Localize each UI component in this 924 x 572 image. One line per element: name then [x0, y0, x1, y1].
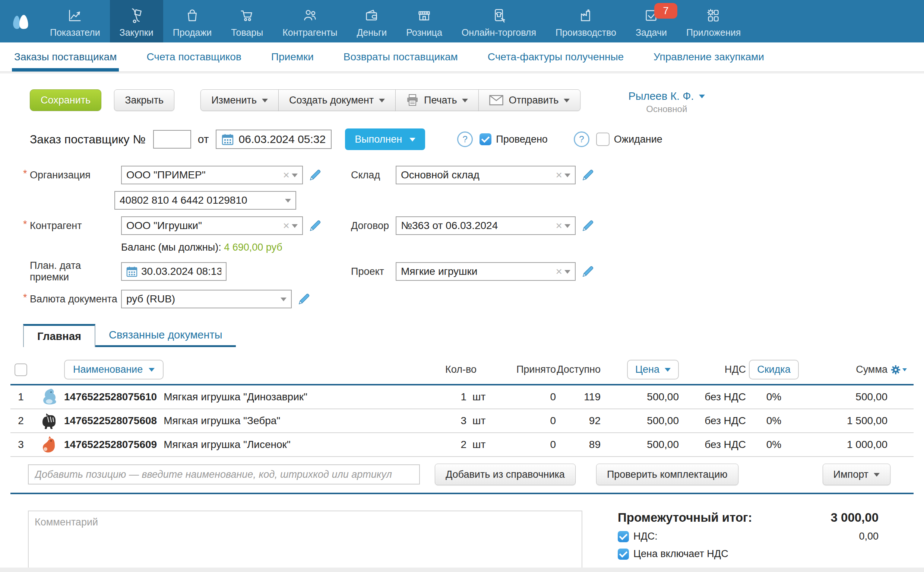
counterparty-edit-pencil-icon[interactable]	[309, 219, 322, 232]
nav-item-proizvodstvo[interactable]: Производство	[546, 0, 626, 42]
dropdown-caret-icon[interactable]	[565, 224, 571, 231]
moysklad-logo[interactable]	[0, 0, 40, 42]
dropdown-caret-icon[interactable]	[292, 224, 298, 231]
add-from-catalog-button[interactable]: Добавить из справочника	[435, 464, 576, 485]
nav-item-prilozheniya[interactable]: Приложения	[677, 0, 750, 42]
vat-value: без НДС	[679, 391, 746, 403]
nav-item-zadachi[interactable]: 7 Задачи	[626, 0, 677, 42]
contract-select[interactable]: №363 от 06.03.2024 ×	[396, 216, 576, 235]
price-value: 500,00	[600, 439, 679, 451]
name-column-sort-button[interactable]: Наименование	[64, 360, 163, 379]
warehouse-select[interactable]: Основной склад ×	[396, 166, 576, 184]
comment-textarea[interactable]	[28, 511, 582, 572]
clear-x-icon[interactable]: ×	[283, 219, 289, 232]
tab-glavnaya[interactable]: Главная	[23, 324, 95, 347]
balance-value: 4 690,00 руб	[224, 242, 282, 253]
waiting-help-icon[interactable]: ?	[574, 131, 590, 147]
nav-item-pokazateli[interactable]: Показатели	[40, 0, 110, 42]
organization-select[interactable]: ООО "ПРИМЕР" ×	[121, 166, 303, 184]
create-document-button[interactable]: Создать документ	[278, 89, 396, 111]
available-value: 119	[556, 391, 600, 403]
add-position-row: Добавить из справочника Проверить компле…	[11, 464, 913, 485]
posted-help-icon[interactable]: ?	[457, 131, 473, 147]
nav-item-online-torgovlya[interactable]: Онлайн-торговля	[452, 0, 546, 42]
subnav-item-priemki[interactable]: Приемки	[271, 42, 314, 72]
currency-select[interactable]: руб (RUB)	[121, 290, 292, 308]
nav-item-dengi[interactable]: Деньги	[347, 0, 397, 42]
send-button[interactable]: Отправить	[478, 89, 580, 111]
totals-panel: Промежуточный итог: 3 000,00 НДС: 0,00 Ц…	[618, 511, 879, 572]
cart-icon	[238, 5, 255, 24]
counterparty-select[interactable]: ООО "Игрушки" ×	[121, 216, 303, 235]
printer-icon	[406, 94, 419, 106]
wallet-icon	[363, 5, 380, 24]
page-title: Заказ поставщику №	[30, 132, 146, 146]
qty-value: 1	[429, 391, 467, 403]
subnav-item-scheta-faktury[interactable]: Счета-фактуры полученные	[488, 42, 624, 72]
price-column-sort-button[interactable]: Цена	[627, 360, 679, 379]
subnav-item-vozvraty-postavshchikam[interactable]: Возвраты поставщикам	[344, 42, 458, 72]
dropdown-caret-icon[interactable]	[285, 199, 291, 205]
check-kit-button[interactable]: Проверить комплектацию	[596, 464, 739, 485]
nav-item-zakupki[interactable]: Закупки	[110, 0, 163, 42]
nav-item-prodazhi[interactable]: Продажи	[163, 0, 221, 42]
chevron-down-icon	[149, 368, 155, 375]
dropdown-caret-icon[interactable]	[292, 174, 298, 180]
organization-edit-pencil-icon[interactable]	[309, 169, 322, 181]
subnav-item-zakazy-postavshchikam[interactable]: Заказы поставщикам	[14, 42, 117, 72]
calendar-icon	[126, 266, 137, 277]
waiting-checkbox[interactable]	[596, 132, 610, 146]
status-button[interactable]: Выполнен	[345, 129, 425, 150]
print-button[interactable]: Печать	[395, 89, 479, 111]
subnav-item-scheta-postavshchikov[interactable]: Счета поставщиков	[146, 42, 241, 72]
posted-checkbox[interactable]	[479, 133, 492, 145]
close-button[interactable]: Закрыть	[114, 89, 174, 111]
available-column-header: Доступно	[556, 364, 600, 375]
select-all-checkbox[interactable]	[14, 364, 27, 376]
clear-x-icon[interactable]: ×	[555, 265, 562, 278]
user-menu[interactable]: Рылеев К. Ф. Основной	[628, 89, 705, 114]
plan-date-field[interactable]: 30.03.2024 08:13	[121, 262, 227, 281]
nav-item-roznitsa[interactable]: Розница	[397, 0, 452, 42]
unit-value: шт	[467, 439, 493, 451]
tab-svyazannye-dokumenty[interactable]: Связанные документы	[95, 325, 236, 347]
import-button[interactable]: Импорт	[823, 464, 890, 485]
accepted-column-header: Принято	[493, 364, 556, 375]
table-row[interactable]: 2 1476522528075608 Мягкая игрушка "Зебра…	[11, 409, 913, 433]
dropdown-caret-icon[interactable]	[565, 270, 571, 277]
plan-date-value: 30.03.2024 08:13	[141, 266, 221, 277]
subnav-item-upravlenie-zakupkami[interactable]: Управление закупками	[653, 42, 764, 72]
apps-icon	[705, 5, 722, 24]
warehouse-edit-pencil-icon[interactable]	[582, 169, 594, 181]
vat-checkbox[interactable]	[618, 531, 629, 542]
currency-edit-pencil-icon[interactable]	[298, 293, 310, 305]
contract-edit-pencil-icon[interactable]	[582, 219, 594, 232]
save-button[interactable]: Сохранить	[30, 89, 101, 111]
nav-item-kontragenty[interactable]: Контрагенты	[273, 0, 347, 42]
organization-row: *Организация ООО "ПРИМЕР" ×	[23, 166, 351, 184]
nav-item-tovary[interactable]: Товары	[221, 0, 273, 42]
edit-button[interactable]: Изменить	[201, 89, 279, 111]
project-edit-pencil-icon[interactable]	[582, 265, 594, 278]
account-row: 40802 810 4 6442 0129810	[23, 191, 351, 210]
accepted-value: 0	[493, 439, 556, 451]
document-number-input[interactable]	[153, 130, 191, 149]
dropdown-caret-icon[interactable]	[565, 174, 571, 180]
clear-x-icon[interactable]: ×	[283, 169, 289, 181]
clear-x-icon[interactable]: ×	[555, 219, 562, 232]
discount-column-button[interactable]: Скидка	[749, 360, 799, 379]
clear-x-icon[interactable]: ×	[555, 169, 562, 181]
chevron-down-icon	[699, 95, 705, 101]
vat-row: НДС: 0,00	[618, 531, 879, 542]
document-datetime-field[interactable]: 06.03.2024 05:32	[216, 130, 332, 149]
table-settings-button[interactable]	[888, 365, 913, 375]
price-includes-vat-checkbox[interactable]	[618, 549, 629, 560]
dropdown-caret-icon[interactable]	[280, 298, 286, 304]
account-select[interactable]: 40802 810 4 6442 0129810	[114, 191, 296, 210]
table-row[interactable]: 1 1476522528075610 Мягкая игрушка "Диноз…	[11, 385, 913, 409]
table-row[interactable]: 3 1476522528075609 Мягкая игрушка "Лисен…	[11, 433, 913, 457]
add-position-input[interactable]	[28, 465, 420, 485]
table-header: Наименование Кол-во Принято Доступно Цен…	[11, 357, 913, 385]
accepted-value: 0	[493, 415, 556, 427]
project-select[interactable]: Мягкие игрушки ×	[396, 262, 576, 281]
